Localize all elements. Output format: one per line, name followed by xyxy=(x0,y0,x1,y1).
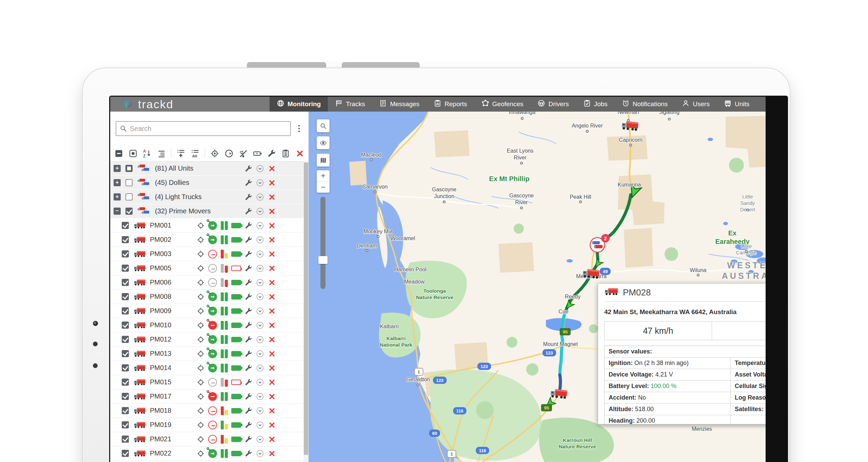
chevron-down-icon[interactable] xyxy=(254,392,266,401)
unit-checkbox[interactable] xyxy=(122,350,129,357)
nav-item-messages[interactable]: Messages xyxy=(372,97,427,112)
sidebar-more-menu-button[interactable] xyxy=(294,124,304,133)
wrench-icon[interactable] xyxy=(242,221,254,230)
chevron-down-icon[interactable] xyxy=(254,179,266,187)
sidebar-scrollbar[interactable] xyxy=(303,161,309,462)
chevron-down-icon[interactable] xyxy=(254,435,266,444)
unit-row-pm019[interactable]: PM019 xyxy=(110,418,303,432)
unit-row-pm015[interactable]: PM015 xyxy=(110,375,303,389)
wrench-icon[interactable] xyxy=(242,378,254,387)
remove-icon[interactable] xyxy=(266,235,278,244)
unit-row-pm013[interactable]: PM013 xyxy=(110,347,303,361)
remove-icon[interactable] xyxy=(266,264,278,273)
locate-crosshair-icon[interactable] xyxy=(195,292,206,301)
nav-item-notifications[interactable]: Notifications xyxy=(615,97,675,112)
unit-row-pm001[interactable]: PM001 xyxy=(110,218,303,233)
nav-item-monitoring[interactable]: Monitoring xyxy=(270,97,328,112)
collapse-icon[interactable]: − xyxy=(114,208,121,215)
unit-checkbox[interactable] xyxy=(122,293,129,300)
unit-checkbox[interactable] xyxy=(122,407,129,414)
chevron-down-icon[interactable] xyxy=(254,349,266,358)
unit-row-pm022[interactable]: PM022 xyxy=(110,446,303,461)
remove-icon[interactable] xyxy=(266,335,278,344)
unit-checkbox[interactable] xyxy=(122,279,129,286)
unit-row-pm023[interactable]: PM023 xyxy=(110,461,303,462)
chevron-down-icon[interactable] xyxy=(254,221,266,230)
map-cluster-marker[interactable]: 2 xyxy=(590,237,605,253)
unit-row-pm006[interactable]: PM006 xyxy=(110,275,303,290)
group-checkbox[interactable] xyxy=(125,165,133,172)
locate-button[interactable] xyxy=(210,149,219,158)
connection-state-button[interactable] xyxy=(239,149,248,158)
unit-checkbox[interactable] xyxy=(122,222,129,229)
add-to-list-button[interactable] xyxy=(176,149,185,158)
wrench-icon[interactable] xyxy=(242,421,254,429)
remove-icon[interactable] xyxy=(266,207,278,215)
locate-crosshair-icon[interactable] xyxy=(195,435,206,444)
chevron-down-icon[interactable] xyxy=(254,292,266,301)
wrench-icon[interactable] xyxy=(242,435,254,444)
chevron-down-icon[interactable] xyxy=(254,235,266,244)
zoom-out-button[interactable]: − xyxy=(317,182,330,193)
follow-button[interactable] xyxy=(224,149,234,158)
locate-crosshair-icon[interactable] xyxy=(195,349,206,358)
locate-crosshair-icon[interactable] xyxy=(195,250,206,258)
battery-state-button[interactable] xyxy=(253,149,262,158)
scrollbar-thumb[interactable] xyxy=(304,162,308,455)
map-layers-button[interactable] xyxy=(317,154,330,167)
unit-checkbox[interactable] xyxy=(122,250,129,257)
map-visibility-button[interactable] xyxy=(317,136,330,149)
chevron-down-icon[interactable] xyxy=(254,207,266,215)
group-checkbox[interactable] xyxy=(125,193,133,200)
wrench-icon[interactable] xyxy=(242,250,254,258)
wrench-icon[interactable] xyxy=(242,349,254,358)
report-all-button[interactable] xyxy=(281,149,290,158)
locate-crosshair-icon[interactable] xyxy=(195,235,206,244)
map-canvas[interactable]: InnawangaNewmanJigalongAngelo RiverCapri… xyxy=(309,112,766,462)
locate-crosshair-icon[interactable] xyxy=(195,406,206,415)
map-truck-marker[interactable] xyxy=(621,120,639,133)
nav-item-jobs[interactable]: Jobs xyxy=(576,97,615,112)
sort-alphabetical-button[interactable]: AZ xyxy=(143,149,152,158)
unit-checkbox[interactable] xyxy=(122,379,129,386)
wrench-icon[interactable] xyxy=(242,179,254,187)
unit-checkbox[interactable] xyxy=(122,236,129,243)
unit-row-pm017[interactable]: PM017 xyxy=(110,389,303,404)
wrench-icon[interactable] xyxy=(242,292,254,301)
chevron-down-icon[interactable] xyxy=(254,250,266,258)
app-logo[interactable]: trackd xyxy=(110,97,270,112)
nav-item-geofences[interactable]: Geofences xyxy=(474,97,531,112)
unit-checkbox[interactable] xyxy=(122,322,129,329)
unit-row-pm008[interactable]: PM008 xyxy=(110,290,303,304)
unit-row-pm012[interactable]: PM012 xyxy=(110,332,303,347)
locate-crosshair-icon[interactable] xyxy=(195,421,206,429)
chevron-down-icon[interactable] xyxy=(254,421,266,429)
group-checkbox[interactable] xyxy=(125,208,133,215)
unit-row-pm003[interactable]: PM003 xyxy=(110,247,303,261)
unit-checkbox[interactable] xyxy=(122,265,129,272)
unit-row-pm021[interactable]: PM021 xyxy=(110,432,303,446)
locate-crosshair-icon[interactable] xyxy=(195,335,206,344)
unit-row-pm002[interactable]: PM002 xyxy=(110,233,303,247)
locate-crosshair-icon[interactable] xyxy=(195,221,206,230)
search-input[interactable] xyxy=(130,125,287,133)
remove-icon[interactable] xyxy=(266,364,278,372)
show-all-button[interactable]: All xyxy=(191,149,200,158)
wrench-icon[interactable] xyxy=(242,165,254,173)
unit-row-pm009[interactable]: PM009 xyxy=(110,304,303,318)
remove-icon[interactable] xyxy=(266,165,278,173)
locate-crosshair-icon[interactable] xyxy=(195,392,206,401)
clear-all-button[interactable] xyxy=(295,149,304,158)
remove-icon[interactable] xyxy=(266,193,278,201)
expand-icon[interactable]: + xyxy=(114,165,121,172)
map-zoom-slider-handle[interactable] xyxy=(318,256,328,264)
wrench-icon[interactable] xyxy=(242,278,254,287)
group-row[interactable]: +(4) Light Trucks xyxy=(110,190,303,204)
locate-crosshair-icon[interactable] xyxy=(195,307,206,315)
unit-checkbox[interactable] xyxy=(122,421,129,428)
expand-icon[interactable]: + xyxy=(114,193,121,200)
unit-row-pm014[interactable]: PM014 xyxy=(110,361,303,375)
map-zoom-slider[interactable] xyxy=(320,197,326,289)
chevron-down-icon[interactable] xyxy=(254,449,266,458)
expand-icon[interactable]: + xyxy=(114,179,121,186)
